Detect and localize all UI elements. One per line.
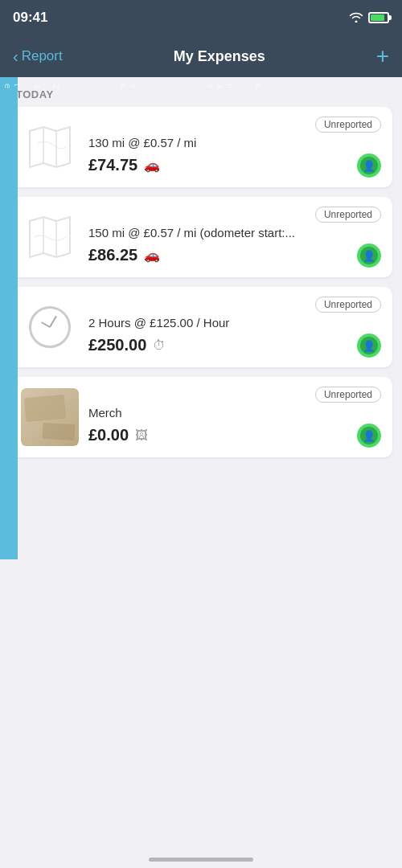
card-icon-2 [21,208,79,266]
status-icons [349,11,389,25]
card-amount-3: £250.00 [88,336,146,354]
unreported-badge-2: Unreported [315,207,381,223]
unreported-badge-1: Unreported [315,117,381,133]
card-icon-1 [21,118,79,176]
thumbnail-image-4 [21,388,79,446]
card-description-3: 2 Hours @ £125.00 / Hour [88,316,381,330]
back-label: Report [22,48,63,64]
unreported-badge-4: Unreported [315,387,381,403]
avatar-person-icon-4: 👤 [363,430,375,442]
unreported-badge-3: Unreported [315,297,381,313]
back-chevron-icon: ‹ [13,47,18,66]
expense-card-1[interactable]: Unreported 130 mi @ £0.57 / mi £74.75 🚗 … [10,107,392,187]
clock-small-icon: ⏱ [153,338,166,353]
nav-bar: ‹ Report My Expenses + [0,35,402,77]
card-icon-3 [21,298,79,356]
wifi-icon [349,11,363,25]
card-amount-2: £86.25 [88,246,137,264]
card-icon-4 [21,388,79,446]
card-amount-4: £0.00 [88,426,129,444]
card-amount-row-3: £250.00 ⏱ [88,336,381,354]
image-icon-4: 🖼 [135,428,148,443]
user-avatar-2: 👤 [357,244,381,268]
card-amount-row-4: £0.00 🖼 [88,426,381,444]
card-body-4: Unreported Merch £0.00 🖼 [88,390,381,444]
card-amount-1: £74.75 [88,156,137,174]
user-avatar-4: 👤 [357,424,381,448]
status-time: 09:41 [13,10,47,26]
user-avatar-1: 👤 [357,154,381,178]
main-content: TODAY Unreported 130 mi @ £0.57 / mi £74… [0,77,402,784]
card-description-1: 130 mi @ £0.57 / mi [88,136,381,149]
avatar-person-icon-2: 👤 [363,250,375,262]
avatar-person-icon-1: 👤 [363,160,375,172]
page-title: My Expenses [174,48,265,65]
add-button[interactable]: + [376,43,389,69]
card-body-3: Unreported 2 Hours @ £125.00 / Hour £250… [88,300,381,354]
card-description-2: 150 mi @ £0.57 / mi (odometer start:... [88,226,381,240]
card-description-4: Merch [88,406,381,420]
expense-card-2[interactable]: Unreported 150 mi @ £0.57 / mi (odometer… [10,197,392,277]
back-button[interactable]: ‹ Report [13,47,63,66]
avatar-person-icon-3: 👤 [363,340,375,352]
card-amount-row-2: £86.25 🚗 [88,246,381,264]
car-icon-2: 🚗 [144,248,160,263]
user-avatar-3: 👤 [357,334,381,358]
sidebar-panel: ehasoe2:4te [0,77,18,559]
card-body-1: Unreported 130 mi @ £0.57 / mi £74.75 🚗 [88,120,381,174]
home-indicator [149,858,253,862]
card-amount-row-1: £74.75 🚗 [88,156,381,174]
expense-card-3[interactable]: Unreported 2 Hours @ £125.00 / Hour £250… [10,287,392,367]
card-body-2: Unreported 150 mi @ £0.57 / mi (odometer… [88,210,381,264]
battery-icon [368,12,389,23]
expense-card-4[interactable]: Unreported Merch £0.00 🖼 👤 [10,377,392,457]
sidebar-text: ehasoe2:4te [0,77,267,95]
car-icon-1: 🚗 [144,158,160,173]
status-bar: 09:41 [0,0,402,35]
